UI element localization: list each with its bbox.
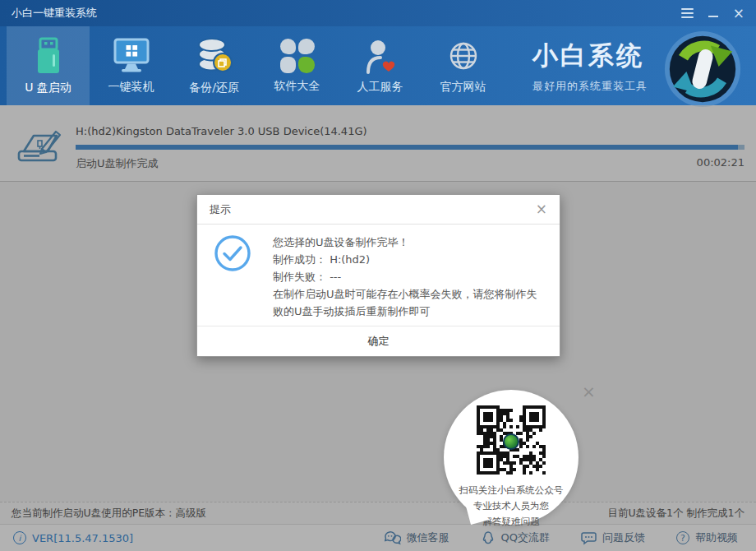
nav-label: 软件大全 [274, 79, 320, 94]
dialog-line: 在制作启动U盘时可能存在小概率会失败，请您将制作失败的U盘手动拔插后重新制作即可 [273, 285, 540, 320]
ok-button[interactable]: 确定 [197, 326, 560, 356]
brand-subtitle: 最好用的系统重装工具 [532, 79, 648, 94]
close-icon[interactable]: × [733, 7, 744, 21]
brand-logo-icon [662, 29, 743, 109]
nav-item-usb-boot[interactable]: U 盘启动 [7, 26, 90, 105]
dialog-close-icon[interactable]: × [536, 202, 547, 216]
bubble-text-line: 解答疑难问题 [444, 515, 579, 528]
backup-restore-icon [196, 37, 233, 75]
software-icon [280, 39, 315, 73]
nav-label: 一键装机 [108, 80, 154, 95]
success-check-icon [214, 234, 251, 272]
navbar: U 盘启动 一键装机 备份/还原 [0, 26, 756, 105]
nav-item-website[interactable]: 官方网站 [422, 26, 505, 105]
dialog-body: 您选择的U盘设备制作完毕！ 制作成功： H:(hd2) 制作失败： --- 在制… [197, 225, 560, 326]
nav-label: 备份/还原 [189, 81, 239, 95]
qr-wrap [473, 402, 549, 481]
qr-bubble: 扫码关注小白系统公众号 专业技术人员为您 解答疑难问题 [444, 390, 579, 525]
website-icon [445, 38, 482, 74]
nav-label: 官方网站 [440, 80, 486, 95]
dialog-title: 提示 [210, 202, 231, 217]
window-controls: × [681, 7, 744, 21]
brand-title: 小白系统 [532, 39, 648, 73]
menu-icon[interactable] [681, 8, 694, 18]
dialog-line: 制作失败： --- [273, 268, 540, 285]
minimize-icon[interactable] [708, 16, 718, 17]
bubble-close-icon[interactable]: × [582, 383, 596, 400]
app-window: 小白一键重装系统 × U 盘启动 [0, 0, 756, 551]
qr-center-logo-icon [503, 433, 519, 450]
computer-icon [113, 38, 150, 74]
bubble-text-line: 专业技术人员为您 [444, 499, 579, 512]
nav-item-one-key-install[interactable]: 一键装机 [90, 26, 173, 105]
titlebar: 小白一键重装系统 × [0, 0, 756, 26]
nav-item-backup-restore[interactable]: 备份/还原 [173, 26, 256, 105]
dialog-header: 提示 × [197, 195, 560, 225]
support-icon [362, 38, 399, 74]
nav-item-support[interactable]: 人工服务 [339, 26, 422, 105]
brand-block: 小白系统 最好用的系统重装工具 [532, 26, 648, 105]
app-title: 小白一键重装系统 [12, 6, 97, 21]
tip-dialog: 提示 × 您选择的U盘设备制作完毕！ 制作成功： H:(hd2) 制作失败： -… [196, 194, 560, 357]
nav-label: U 盘启动 [25, 81, 71, 95]
usb-drive-icon [30, 37, 67, 75]
nav-label: 人工服务 [357, 80, 403, 95]
dialog-line: 制作成功： H:(hd2) [273, 251, 540, 268]
dialog-line: 您选择的U盘设备制作完毕！ [273, 234, 540, 251]
nav-item-software[interactable]: 软件大全 [256, 26, 339, 105]
bubble-text-line: 扫码关注小白系统公众号 [444, 484, 579, 497]
